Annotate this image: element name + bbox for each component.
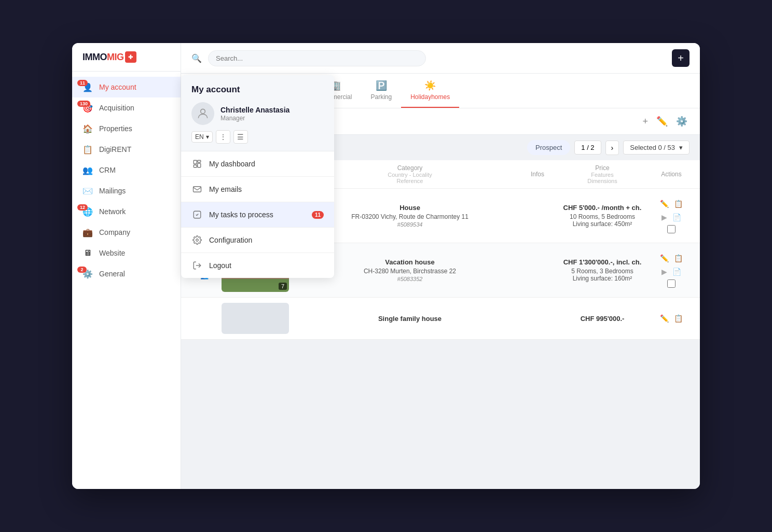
select-checkbox-2[interactable] <box>667 279 676 288</box>
add-button[interactable]: + <box>672 49 690 67</box>
app-logo[interactable]: IMMOMIG ✚ <box>82 51 170 63</box>
action-icons-bottom-2: ▶ 📄 <box>660 266 683 277</box>
svg-rect-2 <box>198 160 201 162</box>
copy-button-2[interactable]: 📋 <box>672 253 684 264</box>
th-price: Price Features Dimensions <box>556 164 649 184</box>
sidebar-label-crm: CRM <box>99 166 116 174</box>
nav-menu: 11 👤 My account 130 🎯 Acquisition 🏠 Prop… <box>72 72 181 489</box>
menu-item-config[interactable]: Configuration <box>181 228 334 253</box>
language-selector[interactable]: EN ▾ <box>191 131 213 143</box>
edit-button-3[interactable]: ✏️ <box>658 313 670 324</box>
price-value-2: CHF 1'300'000.-, incl. ch. <box>556 258 649 266</box>
parking-icon: 🅿️ <box>376 80 387 91</box>
select-checkbox-1[interactable] <box>667 225 676 233</box>
tab-parking-label: Parking <box>370 93 392 101</box>
surface-1: Living surface: 450m² <box>556 220 649 228</box>
sidebar-item-digirent[interactable]: 📋 DigiRENT <box>72 139 181 160</box>
sidebar-item-properties[interactable]: 🏠 Properties <box>72 118 181 139</box>
svg-rect-1 <box>194 160 197 164</box>
share-button-1[interactable]: ▶ <box>660 212 669 223</box>
action-icons-bottom-1: ▶ 📄 <box>660 212 683 223</box>
chevron-down-icon: ▾ <box>679 144 683 151</box>
search-input[interactable] <box>208 50 426 66</box>
sidebar-label-my-account: My account <box>99 83 136 91</box>
holidayhomes-icon: ☀️ <box>424 80 436 91</box>
tasks-badge: 11 <box>312 211 324 219</box>
list-view-button[interactable]: ☰ <box>233 130 248 144</box>
menu-label-tasks: My tasks to process <box>209 211 273 219</box>
nav-badge-my-account: 11 <box>77 80 88 86</box>
row-actions-1: ✏️ 📋 ▶ 📄 <box>653 198 690 233</box>
edit-button-2[interactable]: ✏️ <box>658 253 670 264</box>
tab-holidayhomes-label: Holidayhomes <box>410 93 450 101</box>
svg-rect-4 <box>194 165 197 167</box>
sidebar-item-website[interactable]: 🖥 Website <box>72 243 181 263</box>
property-price-3: CHF 995'000.- <box>556 315 649 323</box>
properties-icon: 🏠 <box>82 123 93 134</box>
row-actions-2: ✏️ 📋 ▶ 📄 <box>653 253 690 288</box>
price-value-3: CHF 995'000.- <box>556 315 649 323</box>
copy-button-1[interactable]: 📋 <box>672 198 684 209</box>
edit-button-1[interactable]: ✏️ <box>658 198 670 209</box>
sidebar-item-general[interactable]: 2 ⚙️ General <box>72 263 181 284</box>
action-icons-top-1: ✏️ 📋 <box>658 198 684 209</box>
prospect-button[interactable]: Prospect <box>527 140 570 155</box>
config-icon <box>191 234 203 246</box>
mailings-icon: ✉️ <box>82 186 93 196</box>
action-icons-top-2: ✏️ 📋 <box>658 253 684 264</box>
sidebar: IMMOMIG ✚ 11 👤 My account 130 🎯 Acquisit… <box>72 43 181 489</box>
th-actions: Actions <box>653 171 690 178</box>
doc-button-2[interactable]: 📄 <box>671 266 683 277</box>
search-icon[interactable]: 🔍 <box>191 53 202 63</box>
edit-filter-button[interactable]: ✏️ <box>654 114 670 129</box>
chevron-down-icon: ▾ <box>206 133 209 141</box>
account-menu: My dashboard My emails M <box>181 151 334 278</box>
nav-badge-general: 2 <box>77 267 87 273</box>
logout-icon <box>191 260 203 271</box>
menu-label-config: Configuration <box>209 236 252 244</box>
menu-item-logout[interactable]: Logout <box>181 253 334 278</box>
logo-text-mig: MIG <box>107 52 124 63</box>
sidebar-item-mailings[interactable]: ✉️ Mailings <box>72 180 181 201</box>
copy-button-3[interactable]: 📋 <box>672 313 684 324</box>
doc-button-1[interactable]: 📄 <box>671 212 683 223</box>
sidebar-item-company[interactable]: 💼 Company <box>72 222 181 243</box>
logo-icon: ✚ <box>125 51 136 63</box>
menu-item-emails[interactable]: My emails <box>181 177 334 202</box>
rooms-2: 5 Rooms, 3 Bedrooms <box>556 268 649 275</box>
website-icon: 🖥 <box>82 248 93 258</box>
menu-item-tasks[interactable]: My tasks to process 11 <box>181 202 334 228</box>
share-button-2[interactable]: ▶ <box>660 266 669 277</box>
sidebar-item-my-account[interactable]: 11 👤 My account <box>72 77 181 97</box>
user-row: Christelle Anastasia Manager <box>191 102 324 125</box>
price-value-1: CHF 5'000.- /month + ch. <box>556 204 649 212</box>
selected-dropdown[interactable]: Selected 0 / 53 ▾ <box>623 141 690 155</box>
digirent-icon: 📋 <box>82 144 93 155</box>
account-panel-header: My account Christelle Anastasia Manager … <box>181 75 334 151</box>
menu-label-emails: My emails <box>209 185 242 193</box>
property-type-3: Single family house <box>293 315 527 323</box>
menu-label-dashboard: My dashboard <box>209 160 255 168</box>
property-price-2: CHF 1'300'000.-, incl. ch. 5 Rooms, 3 Be… <box>556 258 649 282</box>
page-next-button[interactable]: › <box>605 141 619 155</box>
logo-area: IMMOMIG ✚ <box>72 43 181 72</box>
user-info: Christelle Anastasia Manager <box>220 106 324 122</box>
add-filter-button[interactable]: + <box>640 114 650 129</box>
nav-badge-acquisition: 130 <box>77 101 90 107</box>
svg-rect-5 <box>194 187 201 192</box>
property-image-3 <box>222 303 289 334</box>
nav-badge-network: 12 <box>77 204 88 211</box>
menu-item-dashboard[interactable]: My dashboard <box>181 151 334 177</box>
sidebar-item-crm[interactable]: 👥 CRM <box>72 160 181 180</box>
sidebar-item-acquisition[interactable]: 130 🎯 Acquisition <box>72 97 181 118</box>
sidebar-item-network[interactable]: 12 🌐 Network <box>72 201 181 222</box>
selected-label: Selected 0 / 53 <box>630 144 675 151</box>
icon-view-button[interactable]: ⋮ <box>216 130 230 144</box>
topbar: 🔍 + <box>181 43 700 74</box>
tab-holidayhomes[interactable]: ☀️ Holidayhomes <box>401 74 459 108</box>
dashboard-icon <box>191 158 203 170</box>
settings-filter-button[interactable]: ⚙️ <box>674 114 690 129</box>
tab-parking[interactable]: 🅿️ Parking <box>361 74 401 108</box>
sidebar-label-general: General <box>99 270 125 278</box>
sidebar-label-network: Network <box>99 207 126 216</box>
